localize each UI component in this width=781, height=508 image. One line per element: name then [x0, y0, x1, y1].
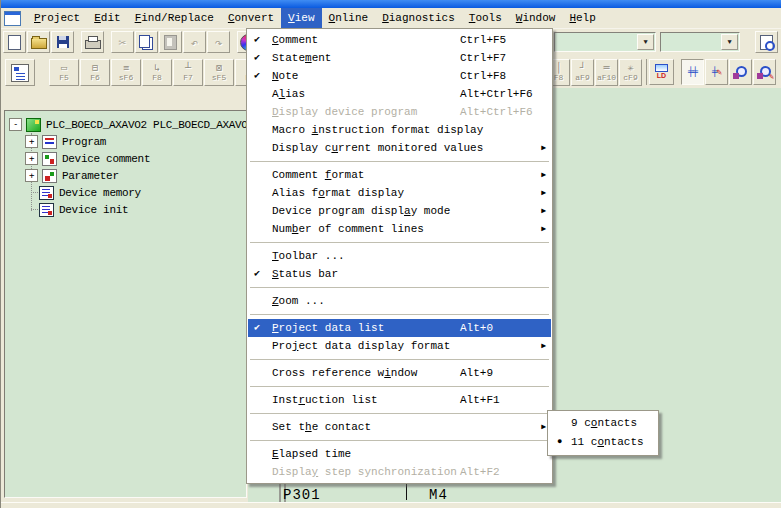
expand-box-icon[interactable]: +: [25, 135, 38, 148]
ladder-mode-button[interactable]: ╪╪: [681, 59, 704, 85]
menubar-item-project[interactable]: Project: [27, 8, 87, 28]
function-key-label: sF5: [212, 73, 226, 82]
view-menu-item-set-the-contact[interactable]: Set the contact▶: [248, 418, 551, 436]
view-menu-item-comment-format[interactable]: Comment format▶: [248, 166, 551, 184]
tree-item-plc-boecd-axavo2-plc-boecd-axavo2[interactable]: -PLC_BOECD_AXAVO2 PLC_BOECD_AXAVO2: [5, 116, 246, 133]
function-key-label: sF6: [119, 73, 133, 82]
submenu-item-9-contacts[interactable]: 9 contacts: [549, 414, 657, 433]
view-menu-item-zoom[interactable]: Zoom ...: [248, 292, 551, 310]
redo-arrow-icon: ↷: [215, 36, 223, 49]
find-in-document-button[interactable]: [755, 31, 778, 53]
view-menu-item-display-current-monitored-values[interactable]: Display current monitored values▶: [248, 139, 551, 157]
view-menu-item-number-of-comment-lines[interactable]: Number of comment lines▶: [248, 220, 551, 238]
save-floppy-icon: [57, 36, 69, 48]
shortcut-label: Alt+0: [460, 319, 493, 337]
ladder-symbol-delete-vertical-icon-button: ┘aF9: [571, 59, 594, 86]
save-button[interactable]: [51, 31, 74, 53]
menu-separator: [250, 440, 549, 441]
expand-box-icon[interactable]: +: [25, 169, 38, 182]
closed-contact-icon: ⊟: [92, 63, 98, 73]
collapse-box-icon[interactable]: -: [9, 118, 22, 131]
tree-item-device-comment[interactable]: +Device comment: [5, 150, 246, 167]
view-menu-item-elapsed-time[interactable]: Elapsed time: [248, 445, 551, 463]
project-root-icon: [26, 118, 41, 132]
menubar-item-window[interactable]: Window: [509, 8, 563, 28]
ladder-symbol-parallel-contact-icon-button: ≡sF6: [111, 59, 141, 86]
view-menu-item-comment[interactable]: ✔CommentCtrl+F5: [248, 31, 551, 49]
view-menu-item-status-bar[interactable]: ✔Status bar: [248, 265, 551, 283]
function-key-label: F8: [554, 73, 564, 82]
print-button[interactable]: [81, 31, 104, 53]
view-menu-item-project-data-display-format[interactable]: Project data display format▶: [248, 337, 551, 355]
mdi-child-window-icon[interactable]: [4, 11, 21, 26]
menubar-item-diagnostics[interactable]: Diagnostics: [375, 8, 462, 28]
checkmark-icon: ✔: [254, 49, 260, 67]
menubar-item-find-replace[interactable]: Find/Replace: [128, 8, 221, 28]
monitor-write-mode-button[interactable]: ✎: [753, 59, 776, 85]
menubar-item-view[interactable]: View: [281, 8, 321, 28]
view-menu-item-cross-reference-window[interactable]: Cross reference windowAlt+9: [248, 364, 551, 382]
menubar-item-convert[interactable]: Convert: [221, 8, 281, 28]
view-menu-item-alias-format-display[interactable]: Alias format display▶: [248, 184, 551, 202]
cut-scissors-icon: ✂: [119, 36, 127, 49]
menubar-item-tools[interactable]: Tools: [462, 8, 509, 28]
tree-item-device-memory[interactable]: Device memory: [5, 184, 246, 201]
function-key-label: F8: [152, 73, 162, 82]
ladder-symbol-vertical-pulse-icon-button: ┴F7: [173, 59, 203, 86]
ladder-mode-buttons: LD╪╪╪✎✎: [649, 59, 777, 85]
menu-bar: ProjectEditFind/ReplaceConvertViewOnline…: [1, 8, 781, 29]
device-init-icon: [39, 203, 54, 217]
view-menu-item-note[interactable]: ✔NoteCtrl+F8: [248, 67, 551, 85]
tree-item-device-init[interactable]: Device init: [5, 201, 246, 218]
submenu-arrow-icon: ▶: [541, 337, 546, 355]
submenu-item-11-contacts[interactable]: ●11 contacts: [549, 433, 657, 452]
shortcut-label: Ctrl+F7: [460, 49, 506, 67]
dropdown-arrow-icon[interactable]: ▼: [637, 34, 654, 50]
menu-bar-items: ProjectEditFind/ReplaceConvertViewOnline…: [27, 8, 603, 28]
view-menu-item-macro-instruction-format-display[interactable]: Macro instruction format display: [248, 121, 551, 139]
tree-item-parameter[interactable]: +Parameter: [5, 167, 246, 184]
device-comment-icon: [42, 152, 57, 166]
view-menu-item-instruction-list[interactable]: Instruction listAlt+F1: [248, 391, 551, 409]
window-bottom-strip: [1, 502, 781, 508]
view-menu-item-device-program-display-mode[interactable]: Device program display mode▶: [248, 202, 551, 220]
view-menu-item-statement[interactable]: ✔StatementCtrl+F7: [248, 49, 551, 67]
menubar-item-edit[interactable]: Edit: [87, 8, 127, 28]
shortcut-label: Alt+F1: [460, 391, 500, 409]
pulse-contact-icon: ✳: [627, 63, 633, 73]
tree-item-label: Device init: [59, 204, 128, 216]
project-data-list-toggle[interactable]: [5, 59, 35, 86]
function-key-label: cF9: [623, 73, 637, 82]
partial-line-icon: │: [555, 63, 561, 73]
printer-icon: [85, 40, 101, 49]
menubar-item-online[interactable]: Online: [322, 8, 376, 28]
ladder-edit-mode-button[interactable]: ╪✎: [705, 59, 728, 85]
device-combo-box-1[interactable]: ▼: [554, 32, 656, 52]
parameter-icon: [42, 169, 57, 183]
copy-button[interactable]: [135, 31, 158, 53]
monitor-mode-button[interactable]: [729, 59, 752, 85]
delete-vertical-icon: ┘: [579, 63, 585, 73]
submenu-arrow-icon: ▶: [541, 184, 546, 202]
undo-button: ↶: [183, 31, 206, 53]
view-menu-dropdown: ✔CommentCtrl+F5✔StatementCtrl+F7✔NoteCtr…: [246, 28, 553, 484]
tree-item-program[interactable]: +Program: [5, 133, 246, 150]
ladder-symbol-delete-horizontal-icon-button: ═aF10: [595, 59, 618, 86]
cut-button: ✂: [111, 31, 134, 53]
view-menu-item-toolbar[interactable]: Toolbar ...: [248, 247, 551, 265]
program-icon: [42, 135, 57, 149]
doc-magnifier-icon: [760, 35, 773, 50]
menubar-item-help[interactable]: Help: [562, 8, 602, 28]
ld-toggle-icon: LD: [655, 64, 668, 80]
expand-box-icon[interactable]: +: [25, 152, 38, 165]
tree-item-label: Parameter: [62, 170, 119, 182]
view-menu-item-alias[interactable]: AliasAlt+Ctrl+F6: [248, 85, 551, 103]
function-key-label: F5: [59, 73, 69, 82]
ladder-edit-icon: ╪✎: [712, 68, 721, 77]
device-combo-box-2[interactable]: ▼: [660, 32, 740, 52]
new-button[interactable]: [3, 31, 26, 53]
open-button[interactable]: [27, 31, 50, 53]
view-menu-item-project-data-list[interactable]: ✔Project data listAlt+0: [248, 319, 551, 337]
ladder-list-toggle-button[interactable]: LD: [649, 59, 674, 85]
dropdown-arrow-icon[interactable]: ▼: [721, 34, 738, 50]
